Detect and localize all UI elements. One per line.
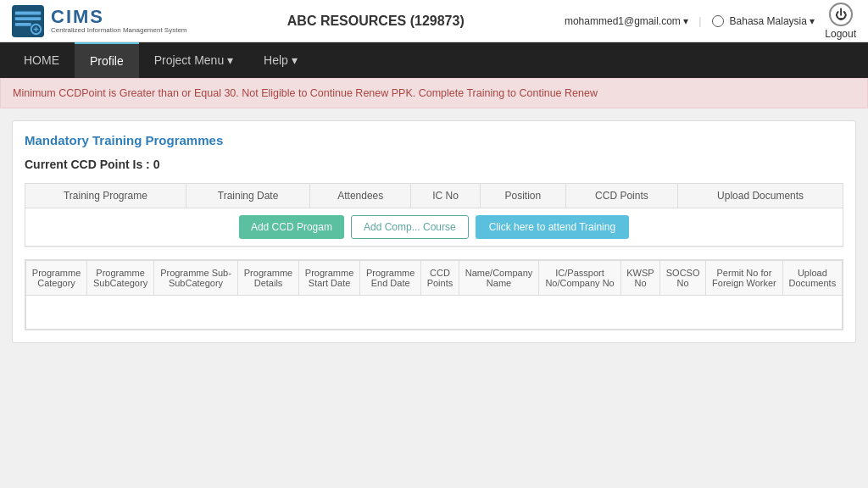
col-programme-subcategory: ProgrammeSubCategory [87,261,154,296]
svg-rect-2 [15,17,41,20]
col-position: Position [480,184,565,208]
user-email[interactable]: mohammed1@gmail.com ▾ [565,15,688,27]
logout-label: Logout [825,28,856,40]
col-ccd-points-lower: CCDPoints [421,261,459,296]
nav-help[interactable]: Help ▾ [248,42,313,78]
col-name-company-name: Name/CompanyName [459,261,539,296]
globe-icon [712,15,724,27]
add-comp-course-button[interactable]: Add Comp... Course [351,215,469,239]
lower-table-wrap: ProgrammeCategory ProgrammeSubCategory P… [25,259,843,330]
alert-bar: Minimum CCDPoint is Greater than or Equa… [0,78,868,108]
logo-area: CIMS Centralized Information Management … [12,5,187,37]
col-training-date: Training Date [186,184,310,208]
content-area: Mandatory Training Programmes Current CC… [12,120,856,343]
cims-subtitle: Centralized Information Management Syste… [51,27,187,35]
nav-bar: HOME Profile Project Menu ▾ Help ▾ [0,42,868,78]
col-upload-documents-lower: UploadDocuments [782,261,842,296]
cims-title: CIMS [51,7,187,27]
svg-rect-1 [15,11,41,14]
upper-table: Training Programe Training Date Attendee… [25,183,843,247]
empty-row [26,296,843,330]
app-title: ABC RESOURCES (129873) [287,14,465,29]
logo-text: CIMS Centralized Information Management … [51,7,187,35]
col-programme-start-date: ProgrammeStart Date [299,261,360,296]
actions-row: Add CCD Progam Add Comp... Course Click … [25,208,843,247]
actions-wrap: Add CCD Progam Add Comp... Course Click … [32,215,836,239]
col-ic-passport-no: IC/PassportNo/Company No [539,261,620,296]
cims-logo-icon [12,5,44,37]
ccd-point-label: Current CCD Point Is : 0 [25,158,843,171]
logout-icon: ⏻ [829,3,853,26]
col-programme-sub-subcategory: Programme Sub-SubCategory [154,261,238,296]
language-label: Bahasa Malaysia ▾ [730,15,815,27]
col-socso-no: SOCSONo [660,261,706,296]
col-training-programe: Training Programe [25,184,186,208]
lower-table: ProgrammeCategory ProgrammeSubCategory P… [25,260,843,330]
col-upload-documents: Upload Documents [678,184,843,208]
svg-rect-3 [15,22,31,25]
nav-home[interactable]: HOME [8,42,75,78]
top-header: CIMS Centralized Information Management … [0,0,868,42]
add-ccd-program-button[interactable]: Add CCD Progam [239,215,344,239]
divider [25,247,843,247]
col-programme-details: ProgrammeDetails [237,261,298,296]
actions-cell: Add CCD Progam Add Comp... Course Click … [25,208,843,247]
col-ic-no: IC No [411,184,481,208]
col-ccd-points: CCD Points [565,184,677,208]
header-right: mohammed1@gmail.com ▾ | Bahasa Malaysia … [565,3,856,40]
col-kwsp-no: KWSPNo [620,261,659,296]
col-permit-no: Permit No forForeign Worker [706,261,783,296]
nav-profile[interactable]: Profile [75,42,139,78]
col-attendees: Attendees [310,184,411,208]
section-title: Mandatory Training Programmes [25,133,843,147]
attend-training-button[interactable]: Click here to attend Training [476,215,629,239]
col-programme-category: ProgrammeCategory [26,261,87,296]
language-selector[interactable]: Bahasa Malaysia ▾ [712,15,815,27]
col-programme-end-date: ProgrammeEnd Date [360,261,421,296]
nav-project-menu[interactable]: Project Menu ▾ [139,42,248,78]
logout-button[interactable]: ⏻ Logout [825,3,856,40]
